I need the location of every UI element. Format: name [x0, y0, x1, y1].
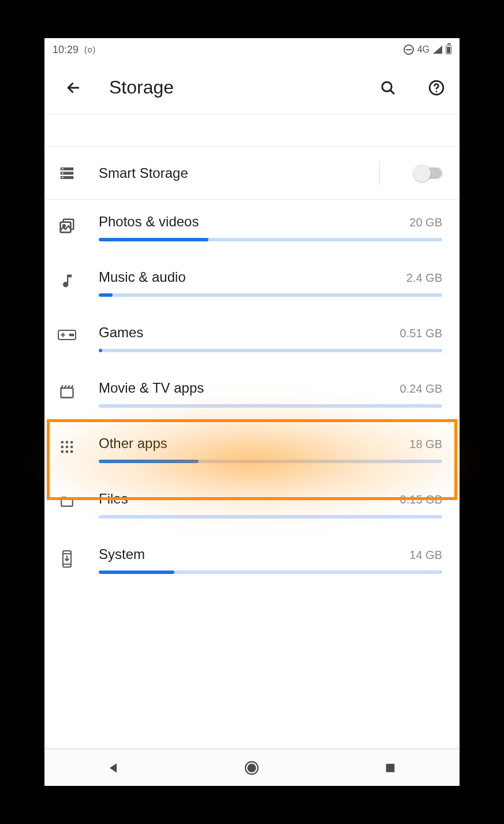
- category-label: Games: [99, 325, 143, 341]
- clock: 10:29: [53, 44, 79, 56]
- usage-bar: [99, 238, 442, 241]
- svg-point-20: [61, 446, 64, 449]
- category-size: 2.4 GB: [406, 271, 442, 285]
- nav-home-button[interactable]: [229, 756, 275, 780]
- category-row-movies[interactable]: Movie & TV apps0.24 GB: [44, 366, 460, 422]
- category-row-other[interactable]: Other apps18 GB: [44, 422, 460, 477]
- svg-point-28: [248, 764, 256, 771]
- header-spacer: [44, 114, 460, 147]
- usage-bar: [99, 571, 442, 574]
- search-button[interactable]: [375, 75, 401, 100]
- divider: [379, 162, 380, 185]
- smart-storage-row[interactable]: Smart Storage: [44, 147, 460, 200]
- movies-icon: [57, 380, 77, 408]
- phone-screen: 10:29 (o) 4G Storage Smart Storage: [44, 38, 460, 786]
- nav-back-button[interactable]: [91, 756, 137, 780]
- do-not-disturb-icon: [404, 44, 414, 55]
- usage-bar: [99, 349, 442, 352]
- svg-point-17: [61, 441, 64, 444]
- status-bar: 10:29 (o) 4G: [44, 38, 460, 61]
- back-button[interactable]: [61, 75, 86, 100]
- games-icon: [57, 325, 77, 352]
- svg-point-25: [70, 450, 73, 453]
- network-type: 4G: [417, 44, 430, 55]
- usage-bar: [99, 404, 442, 408]
- category-row-photos[interactable]: Photos & videos20 GB: [44, 200, 460, 255]
- category-label: Movie & TV apps: [99, 380, 204, 396]
- other-icon: [57, 435, 77, 463]
- category-size: 0.51 GB: [400, 327, 442, 340]
- svg-point-6: [62, 168, 64, 170]
- category-size: 20 GB: [409, 216, 442, 229]
- category-size: 18 GB: [409, 438, 442, 451]
- nav-recents-button[interactable]: [367, 756, 413, 780]
- category-label: Files: [99, 491, 128, 507]
- app-bar: Storage: [44, 61, 460, 114]
- svg-point-2: [436, 90, 438, 92]
- category-label: Other apps: [99, 435, 167, 452]
- svg-point-14: [70, 334, 72, 336]
- category-size: 0.24 GB: [400, 382, 442, 396]
- category-label: System: [99, 546, 145, 562]
- cellular-signal-icon: [433, 46, 442, 54]
- category-size: 0.15 GB: [400, 493, 442, 506]
- music-icon: [57, 269, 77, 297]
- files-icon: [57, 491, 77, 519]
- svg-rect-29: [386, 763, 395, 772]
- svg-point-18: [66, 441, 69, 444]
- svg-point-23: [61, 450, 64, 453]
- smart-storage-label: Smart Storage: [99, 165, 357, 181]
- category-row-music[interactable]: Music & audio2.4 GB: [44, 255, 460, 311]
- svg-point-7: [62, 172, 64, 174]
- usage-bar: [99, 515, 442, 519]
- svg-point-8: [62, 177, 64, 178]
- hotspot-icon: (o): [84, 45, 96, 54]
- category-label: Photos & videos: [99, 214, 199, 230]
- category-size: 14 GB: [409, 549, 442, 562]
- system-icon: [57, 546, 77, 574]
- svg-rect-16: [61, 388, 73, 397]
- svg-point-24: [66, 450, 69, 453]
- category-row-files[interactable]: Files0.15 GB: [44, 477, 460, 532]
- svg-point-21: [66, 446, 69, 449]
- storage-category-list[interactable]: Photos & videos20 GBMusic & audio2.4 GBG…: [44, 200, 460, 748]
- category-row-system[interactable]: System14 GB: [44, 532, 460, 588]
- svg-point-15: [72, 334, 74, 336]
- system-navigation-bar: [44, 749, 460, 786]
- photos-icon: [57, 214, 77, 241]
- category-label: Music & audio: [99, 269, 186, 285]
- help-button[interactable]: [424, 75, 449, 100]
- usage-bar: [99, 293, 442, 297]
- svg-point-22: [70, 446, 73, 449]
- category-row-games[interactable]: Games0.51 GB: [44, 311, 460, 366]
- battery-icon: [446, 45, 451, 54]
- usage-bar: [99, 460, 442, 463]
- smart-storage-toggle[interactable]: [415, 167, 442, 179]
- page-title: Storage: [109, 77, 352, 98]
- storage-icon: [57, 165, 77, 182]
- svg-point-19: [70, 441, 73, 444]
